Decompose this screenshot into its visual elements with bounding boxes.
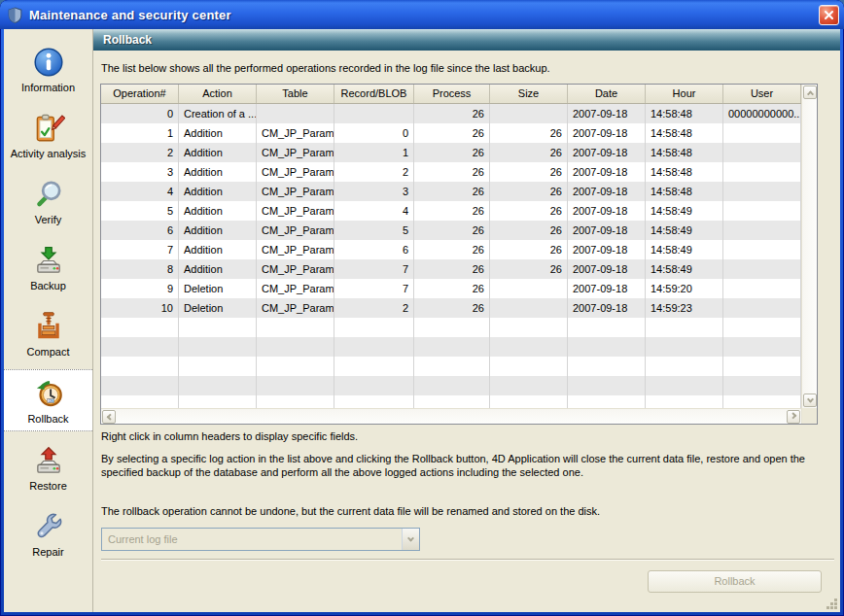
scroll-down-button[interactable]	[803, 394, 817, 407]
table-cell: 00000000000...	[723, 104, 801, 123]
table-cell	[646, 337, 723, 357]
table-row[interactable]	[101, 395, 801, 408]
table-cell	[723, 357, 801, 376]
table-cell	[101, 376, 179, 395]
column-header[interactable]: Size	[490, 85, 568, 103]
table-cell: Addition	[179, 182, 257, 201]
column-header[interactable]: User	[723, 85, 801, 103]
scroll-up-button[interactable]	[803, 86, 817, 99]
table-row[interactable]	[101, 318, 801, 337]
table-cell	[646, 376, 723, 395]
table-cell: 7	[101, 240, 179, 259]
sidebar-item-verify[interactable]: Verify	[4, 171, 92, 231]
table-row[interactable]	[101, 376, 801, 395]
table-cell	[414, 337, 490, 357]
table-cell	[257, 318, 334, 337]
table-cell: 2	[101, 143, 179, 162]
table-cell	[646, 357, 723, 376]
sidebar-item-activity-analysis[interactable]: Activity analysis	[4, 105, 92, 165]
table-cell	[490, 318, 568, 337]
column-header[interactable]: Action	[179, 85, 257, 103]
table-row[interactable]: 5AdditionCM_JP_Params426262007-09-1814:5…	[101, 201, 801, 221]
table-cell: 26	[414, 201, 490, 221]
chevron-down-icon	[407, 534, 414, 541]
table-cell	[334, 357, 414, 376]
table-row[interactable]: 9DeletionCM_JP_Params7262007-09-1814:59:…	[101, 279, 801, 298]
rollback-button[interactable]: Rollback	[648, 570, 822, 593]
table-cell	[179, 357, 257, 376]
table-cell: 5	[334, 221, 414, 240]
table-cell	[101, 357, 179, 376]
title-bar[interactable]: Maintenance and security center	[0, 0, 844, 29]
column-header[interactable]: Process	[414, 85, 490, 103]
table-row[interactable]	[101, 337, 801, 357]
table-cell: 14:58:49	[646, 259, 723, 279]
table-row[interactable]: 0Creation of a ...262007-09-1814:58:4800…	[101, 104, 801, 123]
table-cell: Addition	[179, 259, 257, 279]
resize-grip[interactable]	[825, 597, 837, 609]
vertical-scrollbar[interactable]	[801, 85, 817, 424]
table-row[interactable]	[101, 357, 801, 376]
table-row[interactable]: 2AdditionCM_JP_Params126262007-09-1814:5…	[101, 143, 801, 162]
table-row[interactable]: 1AdditionCM_JP_Params026262007-09-1814:5…	[101, 123, 801, 143]
table-cell	[179, 376, 257, 395]
table-cell	[414, 376, 490, 395]
table-row[interactable]: 4AdditionCM_JP_Params326262007-09-1814:5…	[101, 182, 801, 201]
table-cell	[723, 318, 801, 337]
column-header[interactable]: Table	[257, 85, 334, 103]
column-header[interactable]: Date	[568, 85, 646, 103]
sidebar-item-backup[interactable]: Backup	[4, 237, 92, 297]
scroll-right-button[interactable]	[787, 410, 800, 424]
table-cell: 0	[334, 123, 414, 143]
column-header[interactable]: Operation#	[101, 85, 179, 103]
sidebar-item-information[interactable]: Information	[4, 39, 92, 99]
column-header[interactable]: Hour	[646, 85, 723, 103]
log-file-select[interactable]: Current log file	[101, 528, 420, 551]
rollback-description: By selecting a specific log action in th…	[101, 452, 830, 479]
table-cell	[723, 201, 801, 221]
activity-icon	[32, 112, 65, 145]
vertical-scroll-track[interactable]	[802, 100, 817, 393]
chevron-up-icon	[806, 90, 813, 97]
table-row[interactable]: 8AdditionCM_JP_Params726262007-09-1814:5…	[101, 259, 801, 279]
table-cell: 14:58:48	[646, 143, 723, 162]
table-cell: Addition	[179, 221, 257, 240]
table-row[interactable]: 6AdditionCM_JP_Params526262007-09-1814:5…	[101, 221, 801, 240]
table-cell: 26	[414, 143, 490, 162]
table-cell	[179, 395, 257, 408]
table-cell: 4	[101, 182, 179, 201]
table-cell: CM_JP_Params	[257, 221, 334, 240]
combo-dropdown-button[interactable]	[402, 529, 419, 550]
table-cell: Addition	[179, 162, 257, 182]
table-cell: 26	[414, 298, 490, 318]
table-cell: 14:58:48	[646, 162, 723, 182]
table-row[interactable]: 7AdditionCM_JP_Params626262007-09-1814:5…	[101, 240, 801, 259]
table-cell: 26	[490, 221, 568, 240]
horizontal-scrollbar[interactable]	[101, 408, 801, 424]
sidebar-item-rollback[interactable]: ONRollback	[4, 369, 92, 431]
sidebar-item-compact[interactable]: Compact	[4, 303, 92, 363]
table-row[interactable]: 10DeletionCM_JP_Params2262007-09-1814:59…	[101, 298, 801, 318]
table-cell	[101, 395, 179, 408]
sidebar-item-restore[interactable]: Restore	[4, 437, 92, 497]
table-cell: 2007-09-18	[568, 240, 646, 259]
table-cell	[723, 143, 801, 162]
table-row[interactable]: 3AdditionCM_JP_Params226262007-09-1814:5…	[101, 162, 801, 182]
table-cell	[257, 104, 334, 123]
table-cell: 26	[490, 123, 568, 143]
table-cell	[568, 357, 646, 376]
table-cell	[490, 395, 568, 408]
table-cell	[723, 376, 801, 395]
table-cell	[101, 318, 179, 337]
column-header[interactable]: Record/BLOB	[334, 85, 414, 103]
close-button[interactable]	[819, 5, 839, 25]
table-cell: 26	[414, 221, 490, 240]
table-cell: 1	[101, 123, 179, 143]
sidebar-item-repair[interactable]: Repair	[4, 503, 92, 564]
intro-text: The list below shows all the performed o…	[101, 62, 830, 74]
scroll-left-button[interactable]	[102, 410, 116, 424]
table-cell: 14:58:49	[646, 240, 723, 259]
table-cell: 4	[334, 201, 414, 221]
table-cell: Deletion	[179, 298, 257, 318]
table-cell: CM_JP_Params	[257, 298, 334, 318]
